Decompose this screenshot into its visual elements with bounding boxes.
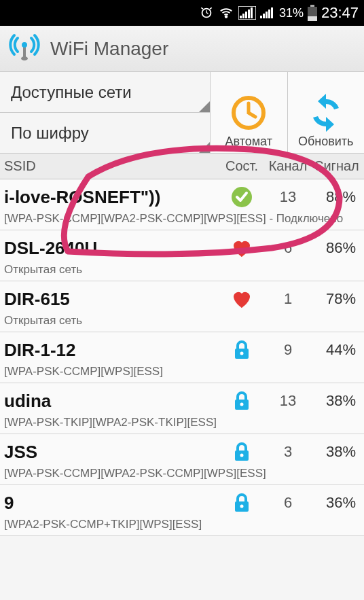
header-channel: Канал [262,158,314,174]
network-ssid: DIR-615 [4,289,221,310]
network-signal: 36% [314,494,360,512]
app-header: WiFi Manager [0,26,364,72]
network-row[interactable]: DSL-2640U686%Открытая сеть [0,230,364,281]
network-detail: Открытая сеть [4,314,360,328]
network-ssid: i-love-ROSNEFT")) [4,187,221,208]
network-signal: 88% [314,188,360,206]
clock-icon [230,94,268,132]
network-ssid: DSL-2640U [4,238,221,259]
network-status-icon [221,186,262,208]
battery-icon [308,5,317,21]
network-status-icon [221,237,262,259]
dropdown-indicator-icon [199,142,210,153]
svg-point-27 [240,505,244,508]
refresh-icon [307,94,345,132]
network-row[interactable]: JSS338%[WPA-PSK-CCMP][WPA2-PSK-CCMP][WPS… [0,434,364,485]
svg-rect-2 [240,16,242,18]
network-detail: [WPA2-PSK-CCMP+TKIP][WPS][ESS] [4,518,360,531]
header-signal: Сигнал [314,158,363,174]
network-detail: [WPA-PSK-CCMP][WPS][ESS] [4,365,360,378]
network-status-icon [221,339,262,361]
network-ssid: udina [4,391,221,412]
tab-by-encryption[interactable]: По шифру [0,113,211,153]
network-ssid: JSS [4,442,221,463]
network-row[interactable]: DIR-1-12944%[WPA-PSK-CCMP][WPS][ESS] [0,332,364,383]
network-status-icon [221,492,262,514]
svg-rect-5 [248,10,250,18]
table-header: SSID Сост. Канал Сигнал [0,154,364,179]
tab-label: Доступные сети [11,83,132,102]
refresh-button[interactable]: Обновить [288,72,365,153]
wifi-manager-icon [8,31,41,67]
header-status: Сост. [221,158,262,174]
network-channel: 6 [262,494,314,512]
svg-rect-6 [251,7,253,18]
auto-label: Автомат [225,135,272,149]
svg-point-0 [225,16,228,18]
svg-rect-16 [23,46,26,58]
network-status-icon [221,441,262,463]
svg-rect-14 [308,16,317,21]
network-detail: [WPA-PSK-TKIP][WPA2-PSK-TKIP][ESS] [4,416,360,429]
auto-button[interactable]: Автомат [211,72,288,153]
network-row[interactable]: 9636%[WPA2-PSK-CCMP+TKIP][WPS][ESS] [0,485,364,536]
app-title: WiFi Manager [50,38,168,60]
network-status-icon [221,390,262,412]
network-signal: 78% [314,290,360,308]
network-row[interactable]: i-love-ROSNEFT"))1388%[WPA-PSK-CCMP][WPA… [0,179,364,230]
wifi-icon [218,5,234,20]
network-channel: 6 [262,239,314,257]
network-status-icon [221,288,262,310]
network-detail: Открытая сеть [4,263,360,277]
dropdown-indicator-icon [199,101,210,112]
svg-rect-4 [245,12,247,18]
svg-rect-10 [268,10,270,18]
svg-rect-9 [266,12,268,18]
network-ssid: DIR-1-12 [4,340,221,361]
network-signal: 44% [314,341,360,359]
network-channel: 3 [262,443,314,461]
svg-point-17 [22,42,27,48]
network-ssid: 9 [4,493,221,514]
refresh-label: Обновить [298,135,354,149]
svg-rect-11 [271,7,273,18]
network-detail: [WPA-PSK-CCMP][WPA2-PSK-CCMP][WPS][ESS] … [4,212,360,226]
network-row[interactable]: DIR-615178%Открытая сеть [0,281,364,332]
clock: 23:47 [321,4,359,22]
svg-point-23 [240,403,244,406]
svg-rect-3 [242,14,244,18]
alarm-icon [199,5,214,20]
battery-percent: 31% [279,6,304,20]
signal-1-icon [238,6,256,20]
network-row[interactable]: udina1338%[WPA-PSK-TKIP][WPA2-PSK-TKIP][… [0,383,364,434]
tab-label: По шифру [11,124,89,143]
svg-rect-12 [310,5,314,7]
controls-row: Доступные сети По шифру Автомат Обновить [0,72,364,154]
signal-2-icon [260,6,275,20]
network-list[interactable]: i-love-ROSNEFT"))1388%[WPA-PSK-CCMP][WPA… [0,179,364,536]
network-signal: 38% [314,392,360,410]
svg-point-25 [240,454,244,457]
network-channel: 9 [262,341,314,359]
network-detail: [WPA-PSK-CCMP][WPA2-PSK-CCMP][WPS][ESS] [4,467,360,480]
header-ssid: SSID [4,158,221,174]
network-channel: 1 [262,290,314,308]
tab-available-networks[interactable]: Доступные сети [0,72,211,113]
svg-point-21 [240,352,244,355]
network-channel: 13 [262,188,314,206]
svg-rect-7 [260,16,262,18]
network-channel: 13 [262,392,314,410]
network-signal: 86% [314,239,360,257]
svg-rect-8 [263,14,265,18]
network-signal: 38% [314,443,360,461]
android-status-bar: 31% 23:47 [0,0,364,26]
